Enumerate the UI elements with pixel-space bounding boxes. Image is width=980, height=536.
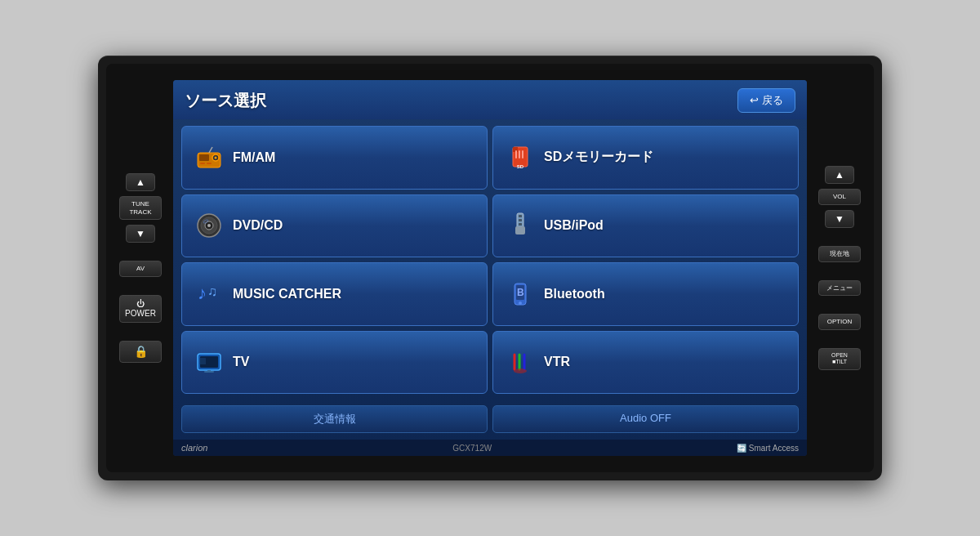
- smart-access-label: 🔄 Smart Access: [737, 444, 799, 453]
- tune-up-button[interactable]: ▲: [126, 173, 155, 191]
- menu-item-usb[interactable]: USB/iPod: [492, 194, 799, 258]
- svg-rect-9: [515, 150, 517, 159]
- genzaichi-button[interactable]: 現在地: [818, 246, 861, 262]
- svg-point-37: [514, 368, 527, 373]
- option-button[interactable]: OPTION: [818, 314, 861, 330]
- menu-item-sd[interactable]: SD SDメモリーカード: [492, 126, 799, 190]
- svg-rect-21: [519, 219, 522, 221]
- usb-label: USB/iPod: [544, 218, 604, 233]
- traffic-button[interactable]: 交通情報: [181, 405, 488, 433]
- svg-rect-32: [207, 370, 211, 372]
- radio-icon: [194, 142, 225, 173]
- vol-down-button[interactable]: ▼: [825, 210, 854, 228]
- menu-grid: FM/AM SD SDメモリーカード: [173, 119, 807, 400]
- device-inner: ▲ TUNE TRACK ▼ AV ⏻ POWER 🔒 ソース選択 ↩ 戻る: [106, 64, 874, 472]
- svg-rect-20: [519, 215, 522, 217]
- svg-point-3: [215, 156, 217, 159]
- audio-off-button[interactable]: Audio OFF: [492, 405, 799, 433]
- menu-item-fmam[interactable]: FM/AM: [181, 126, 488, 190]
- svg-rect-22: [519, 223, 522, 226]
- brand-label: clarion: [181, 443, 207, 453]
- svg-line-6: [209, 147, 212, 153]
- music-label: MUSIC CATCHER: [233, 287, 341, 302]
- dvd-label: DVD/CD: [233, 218, 283, 233]
- menu-button[interactable]: メニュー: [818, 280, 861, 297]
- svg-text:♫: ♫: [207, 284, 217, 298]
- svg-point-27: [519, 302, 522, 305]
- tune-down-button[interactable]: ▼: [126, 225, 155, 243]
- power-button[interactable]: ⏻ POWER: [119, 295, 162, 323]
- svg-rect-10: [519, 150, 520, 159]
- screen-title: ソース選択: [185, 90, 266, 112]
- tv-label: TV: [233, 355, 249, 369]
- open-tilt-button[interactable]: OPEN ■TILT: [818, 348, 861, 370]
- av-button[interactable]: AV: [119, 261, 162, 277]
- svg-rect-1: [199, 154, 209, 161]
- back-button[interactable]: ↩ 戻る: [737, 88, 795, 113]
- music-icon: ♪ ♫: [194, 279, 225, 310]
- svg-rect-11: [522, 150, 523, 159]
- screen-header: ソース選択 ↩ 戻る: [173, 80, 807, 119]
- screen: ソース選択 ↩ 戻る: [173, 80, 807, 456]
- svg-point-16: [207, 224, 211, 227]
- model-label: GCX712W: [452, 444, 492, 453]
- screen-footer: clarion GCX712W 🔄 Smart Access: [173, 440, 807, 456]
- menu-item-vtr[interactable]: VTR: [492, 331, 799, 395]
- device: ▲ TUNE TRACK ▼ AV ⏻ POWER 🔒 ソース選択 ↩ 戻る: [98, 56, 882, 480]
- menu-item-tv[interactable]: TV: [181, 331, 488, 395]
- right-controls: ▲ VOL ▼ 現在地 メニュー OPTION OPEN ■TILT: [812, 166, 867, 369]
- svg-rect-5: [207, 163, 212, 164]
- lock-button[interactable]: 🔒: [119, 341, 162, 363]
- usb-icon: [505, 210, 536, 241]
- svg-rect-19: [515, 226, 525, 234]
- sd-icon: SD: [505, 142, 536, 173]
- menu-item-music[interactable]: ♪ ♫ MUSIC CATCHER: [181, 262, 488, 326]
- bluetooth-icon: B: [505, 279, 536, 310]
- bluetooth-label: Bluetooth: [544, 287, 605, 302]
- svg-text:♪: ♪: [198, 283, 207, 303]
- vtr-icon: [505, 346, 536, 377]
- sd-label: SDメモリーカード: [544, 149, 653, 166]
- vtr-label: VTR: [544, 355, 570, 369]
- vol-label: VOL: [818, 189, 861, 205]
- fmam-label: FM/AM: [233, 150, 275, 165]
- menu-item-bluetooth[interactable]: B Bluetooth: [492, 262, 799, 326]
- menu-item-dvd[interactable]: DVD/CD: [181, 194, 488, 258]
- left-controls: ▲ TUNE TRACK ▼ AV ⏻ POWER 🔒: [113, 173, 168, 363]
- svg-rect-4: [200, 163, 205, 164]
- bottom-bar: 交通情報 Audio OFF: [173, 400, 807, 440]
- vol-up-button[interactable]: ▲: [825, 166, 854, 184]
- svg-text:B: B: [517, 287, 524, 298]
- dvd-icon: [194, 210, 225, 241]
- tv-icon: [194, 346, 225, 377]
- svg-text:SD: SD: [517, 164, 524, 169]
- tune-track-button[interactable]: TUNE TRACK: [119, 196, 162, 220]
- svg-rect-33: [199, 358, 206, 364]
